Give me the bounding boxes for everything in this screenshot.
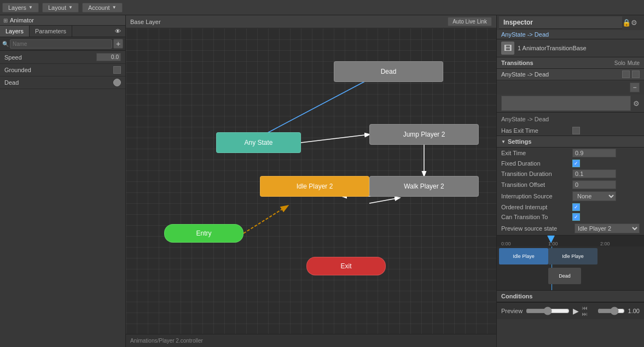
param-speed-input[interactable]	[96, 53, 121, 61]
account-label: Account	[88, 4, 110, 11]
inspector-subtitle: AnyState -> Dead	[497, 30, 644, 39]
settings-label-text: Settings	[508, 138, 531, 145]
left-panel: ⊞ Animator Layers Parameters 👁 🔍 + Speed…	[0, 15, 126, 347]
state-walk-player[interactable]: Walk Player 2	[369, 176, 479, 197]
can-transition-row: Can Transition To	[497, 212, 644, 222]
ordered-interrupt-row: Ordered Interrupt	[497, 202, 644, 212]
transition-duration-label: Transition Duration	[501, 170, 572, 177]
param-grounded: Grounded	[0, 64, 125, 77]
state-exit[interactable]: Exit	[306, 257, 386, 275]
exit-time-label: Exit Time	[501, 150, 572, 156]
has-exit-time-label: Has Exit Time	[501, 127, 572, 134]
canvas-footer-path: Animations/Player 2.controller	[130, 338, 203, 344]
state-anystate-label: Any State	[244, 139, 272, 146]
remove-transition-button[interactable]: −	[630, 83, 640, 92]
transition-offset-input[interactable]	[572, 180, 616, 189]
param-speed: Speed	[0, 51, 125, 64]
interruption-source-select[interactable]: None Source State Destination State	[572, 191, 616, 201]
right-panel: Inspector 🔒 ⚙ AnyState -> Dead 🎞 1 Anima…	[496, 15, 644, 347]
search-input[interactable]	[10, 39, 112, 49]
svg-line-5	[369, 198, 399, 203]
ruler-mark-1: 1:00	[548, 241, 558, 246]
track-block-idle2: Idle Playe	[548, 248, 597, 264]
tab-parameters[interactable]: Parameters	[30, 26, 72, 37]
state-any-state[interactable]: Any State	[216, 132, 301, 153]
preview-icons: ⏮ ⏭	[582, 305, 594, 317]
exit-time-row: Exit Time	[497, 148, 644, 158]
state-walk-label: Walk Player 2	[404, 183, 444, 190]
transitions-title: Transitions	[501, 60, 614, 66]
account-dropdown[interactable]: Account ▼	[82, 3, 123, 13]
timeline-tracks: Idle Playe Idle Playe Dead	[497, 246, 644, 290]
can-transition-label: Can Transition To	[501, 214, 572, 220]
transition-checks	[622, 70, 640, 78]
track-dead-label: Dead	[559, 273, 571, 279]
layout-label: Layout	[48, 4, 66, 11]
preview-play-button[interactable]: ▶	[573, 307, 579, 315]
state-entry[interactable]: Entry	[164, 224, 243, 243]
anim-base-label: 1 AnimatorTransitionBase	[518, 45, 587, 51]
preview-speed-slider[interactable]	[597, 307, 625, 315]
transition-duration-row: Transition Duration	[497, 168, 644, 179]
transition-anystate-dead[interactable]: AnyState -> Dead	[497, 69, 644, 80]
gear-button[interactable]: ⚙	[631, 19, 637, 27]
ordered-interrupt-check[interactable]	[572, 203, 580, 211]
has-exit-time-check[interactable]	[572, 127, 580, 134]
inspector-title: Inspector	[499, 16, 622, 29]
anim-base-row: 🎞 1 AnimatorTransitionBase	[497, 39, 644, 57]
timeline-area: 0:00 1:00 2:00 Idle Playe Idle Playe	[497, 235, 644, 290]
canvas-grid[interactable]: Dead Any State Jump Player 2 Idle Player…	[126, 28, 496, 334]
preview-controls: Preview ▶ ⏮ ⏭ 1.00	[497, 302, 644, 319]
fixed-duration-check[interactable]	[572, 160, 580, 167]
param-dead-trigger[interactable]	[113, 79, 121, 86]
preview-source-label: Preview source state	[501, 225, 572, 232]
transition-gear-button[interactable]: ⚙	[633, 99, 640, 108]
track-row-1: Idle Playe Idle Playe	[497, 246, 644, 266]
transition-offset-row: Transition Offset	[497, 179, 644, 190]
track-idle2-label: Idle Playe	[562, 254, 584, 259]
state-jump-player[interactable]: Jump Player 2	[369, 124, 479, 145]
layout-arrow-icon: ▼	[68, 5, 73, 10]
preview-source-select[interactable]: Idle Player 2 Walk Player 2 Jump Player …	[575, 224, 640, 233]
preview-ctrl-label: Preview	[501, 308, 523, 314]
tab-layers[interactable]: Layers	[0, 26, 30, 37]
state-dead[interactable]: Dead	[334, 61, 443, 82]
canvas-footer: Animations/Player 2.controller	[126, 334, 496, 347]
canvas-area: Base Layer Auto Live Link	[126, 15, 496, 347]
settings-section-label: ▼ Settings	[497, 136, 644, 148]
inspector-header-row: Inspector 🔒 ⚙	[497, 15, 644, 30]
exit-time-input[interactable]	[572, 149, 616, 157]
layers-dropdown[interactable]: Layers ▼	[2, 3, 39, 13]
animator-title-bar: ⊞ Animator	[0, 15, 125, 26]
add-param-button[interactable]: +	[113, 39, 123, 49]
preview-source-row: Preview source state Idle Player 2 Walk …	[497, 222, 644, 235]
animator-tabs: Layers Parameters 👁	[0, 26, 125, 37]
state-idle-player[interactable]: Idle Player 2	[260, 176, 369, 197]
transition-duration-input[interactable]	[572, 169, 616, 178]
layout-dropdown[interactable]: Layout ▼	[42, 3, 79, 13]
fixed-duration-row: Fixed Duration	[497, 158, 644, 168]
conditions-bar: Conditions	[497, 290, 644, 302]
lock-button[interactable]: 🔒	[622, 19, 631, 27]
preview-slider[interactable]	[526, 307, 570, 315]
base-layer-tab[interactable]: Base Layer	[130, 19, 161, 25]
param-search-bar: 🔍 +	[0, 37, 125, 51]
solo-check[interactable]	[622, 70, 630, 78]
account-arrow-icon: ▼	[112, 5, 117, 10]
mute-check[interactable]	[632, 70, 640, 78]
ruler-mark-0: 0:00	[501, 241, 511, 246]
ruler-mark-2: 2:00	[600, 241, 610, 246]
svg-line-6	[243, 206, 287, 233]
animator-title-text: Animator	[10, 17, 34, 23]
auto-live-link-button[interactable]: Auto Live Link	[448, 17, 492, 26]
eye-icon[interactable]: 👁	[111, 26, 125, 37]
can-transition-check[interactable]	[572, 213, 580, 221]
solo-label: Solo	[614, 60, 625, 66]
anystate-dead-label-row: AnyState -> Dead	[497, 113, 644, 126]
transition-offset-label: Transition Offset	[501, 181, 572, 188]
param-speed-label: Speed	[4, 54, 96, 61]
top-bar: Layers ▼ Layout ▼ Account ▼	[0, 0, 644, 15]
canvas-header: Base Layer Auto Live Link	[126, 15, 496, 28]
param-grounded-toggle[interactable]	[113, 66, 121, 74]
animator-icon: ⊞	[3, 17, 8, 23]
